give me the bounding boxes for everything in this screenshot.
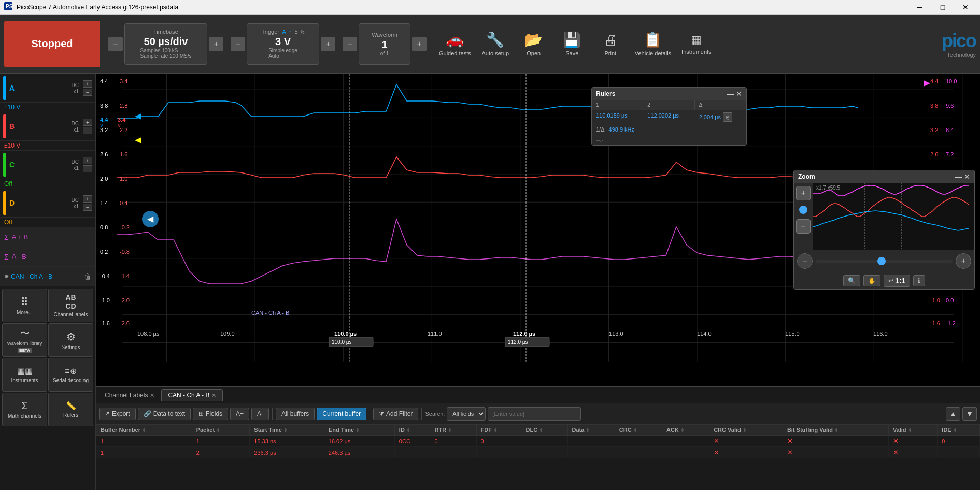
- nav-down-button[interactable]: ▼: [962, 407, 977, 421]
- channel-a-label: A: [9, 84, 72, 92]
- tab-channel-labels-close[interactable]: ✕: [150, 392, 154, 399]
- current-buffer-button[interactable]: Current buffer: [317, 408, 366, 420]
- instruments-button[interactable]: ▦ Instruments: [677, 21, 715, 67]
- rulers-values-row: 110.0159 µs 112.0202 µs 2.004 µs ⎘: [592, 110, 746, 124]
- rulers-label: Rulers: [63, 412, 78, 418]
- search-input[interactable]: [488, 407, 581, 421]
- cell-dlc-2: [521, 447, 567, 458]
- zoom-in-button[interactable]: +: [796, 186, 811, 200]
- svg-text:-2.6: -2.6: [120, 320, 130, 326]
- instruments-icon: ▦: [691, 33, 702, 47]
- col-dlc[interactable]: DLC ⇕: [521, 425, 567, 436]
- auto-setup-button[interactable]: 🔧 Auto setup: [477, 21, 514, 67]
- col-ide[interactable]: IDE ⇕: [938, 425, 980, 436]
- trigger-decrease-button[interactable]: −: [231, 37, 245, 51]
- zoom-out-button[interactable]: −: [796, 219, 811, 234]
- col-bit-stuffing[interactable]: Bit Stuffing Valid ⇕: [783, 425, 888, 436]
- zoom-minimize-button[interactable]: —: [955, 172, 962, 181]
- svg-text:1.4: 1.4: [100, 200, 108, 206]
- can-delete-button[interactable]: 🗑: [84, 272, 91, 281]
- close-button[interactable]: ✕: [955, 0, 976, 15]
- save-button[interactable]: 💾 Save: [554, 21, 590, 67]
- stop-button[interactable]: Stopped: [4, 21, 100, 67]
- fields-button[interactable]: ⊞ Fields: [193, 408, 228, 420]
- col-crc[interactable]: CRC ⇕: [615, 425, 662, 436]
- col-data[interactable]: Data ⇕: [567, 425, 615, 436]
- rulers-close-button[interactable]: ✕: [736, 90, 742, 98]
- minimize-button[interactable]: ─: [910, 0, 930, 15]
- channel-b-row[interactable]: B DC x1 + −: [0, 112, 95, 141]
- col-start-time[interactable]: Start Time ⇕: [250, 425, 324, 436]
- zoom-pan-button[interactable]: ✋: [863, 275, 880, 286]
- tab-can-close[interactable]: ✕: [211, 392, 216, 399]
- zoom-magnify-button[interactable]: 🔍: [843, 275, 860, 286]
- timebase-increase-button[interactable]: +: [209, 37, 223, 51]
- more-button[interactable]: ⠿ More...: [2, 289, 47, 322]
- channel-d-minus-btn[interactable]: −: [83, 204, 92, 211]
- math-aplusb-row[interactable]: Σ A + B: [0, 227, 95, 247]
- col-ack[interactable]: ACK ⇕: [662, 425, 709, 436]
- rulers-button[interactable]: 📏 Rulers: [48, 393, 93, 426]
- channel-a-row[interactable]: A DC x1 + −: [0, 74, 95, 103]
- col-rtr[interactable]: RTR ⇕: [430, 425, 476, 436]
- fields-label: Fields: [206, 410, 222, 417]
- col-crc-valid[interactable]: CRC Valid ⇕: [709, 425, 783, 436]
- cell-buffer-2: 1: [96, 447, 192, 458]
- maximize-button[interactable]: □: [932, 0, 953, 15]
- waveform-decrease-button[interactable]: −: [343, 37, 357, 51]
- trigger-label: Trigger A ↑ 5 %: [262, 28, 305, 35]
- waveform-increase-button[interactable]: +: [412, 37, 427, 51]
- guided-tests-button[interactable]: 🚗 Guided tests: [435, 21, 475, 67]
- zoom-horizontal-out-button[interactable]: −: [797, 253, 813, 269]
- data-to-text-button[interactable]: 🔗 Data to text: [138, 408, 191, 420]
- tab-channel-labels[interactable]: Channel Labels ✕: [98, 389, 161, 401]
- channel-c-plus-btn[interactable]: +: [83, 157, 92, 164]
- channel-b-minus-btn[interactable]: −: [83, 127, 92, 134]
- math-channels-button[interactable]: Σ Math channels: [2, 393, 47, 426]
- zoom-info-button[interactable]: ℹ: [913, 275, 925, 286]
- font-increase-button[interactable]: A+: [230, 408, 249, 420]
- zoom-horizontal-in-button[interactable]: +: [956, 253, 971, 269]
- all-buffers-label: All buffers: [281, 410, 309, 417]
- tab-can-ch-ab[interactable]: CAN - Ch A - B ✕: [161, 389, 223, 401]
- rulers-minimize-button[interactable]: —: [727, 90, 734, 98]
- channel-c-minus-btn[interactable]: −: [83, 165, 92, 172]
- all-buffers-button[interactable]: All buffers: [276, 408, 315, 420]
- font-decrease-button[interactable]: A-: [251, 408, 269, 420]
- export-button[interactable]: ↗ Export: [99, 408, 136, 420]
- search-field-select[interactable]: All fields: [447, 407, 486, 421]
- channel-d-label: D: [9, 199, 72, 207]
- channel-a-plus-btn[interactable]: +: [83, 80, 92, 88]
- zoom-undo-button[interactable]: ↩ 1:1: [884, 275, 910, 287]
- add-filter-button[interactable]: ⧩ Add Filter: [373, 408, 418, 420]
- channel-d-row[interactable]: D DC x1 + −: [0, 189, 95, 218]
- nav-up-button[interactable]: ▲: [946, 407, 960, 421]
- toolbar-separator-1: [272, 408, 273, 420]
- channel-d-plus-btn[interactable]: +: [83, 195, 92, 203]
- col-end-time[interactable]: End Time ⇕: [324, 425, 394, 436]
- rulers-copy-button[interactable]: ⎘: [723, 112, 732, 122]
- col-fdf[interactable]: FDF ⇕: [476, 425, 521, 436]
- timebase-decrease-button[interactable]: −: [108, 37, 123, 51]
- open-button[interactable]: 📂 Open: [516, 21, 552, 67]
- channel-c-row[interactable]: C DC x1 + −: [0, 151, 95, 179]
- can-serial-row[interactable]: ⊕ CAN - Ch A - B 🗑: [0, 267, 95, 286]
- col-packet[interactable]: Packet ⇕: [192, 425, 250, 436]
- col-id[interactable]: ID ⇕: [394, 425, 430, 436]
- col-valid[interactable]: Valid ⇕: [888, 425, 937, 436]
- trigger-increase-button[interactable]: +: [321, 37, 335, 51]
- vehicle-details-button[interactable]: 📋 Vehicle details: [631, 21, 675, 67]
- zoom-close-button[interactable]: ✕: [964, 172, 970, 181]
- zoom-thumb[interactable]: [799, 206, 807, 214]
- instruments-sidebar-button[interactable]: ▦▦ Instruments: [2, 358, 47, 392]
- waveform-library-button[interactable]: 〜 Waveform library BETA: [2, 323, 47, 357]
- print-button[interactable]: 🖨 Print: [592, 21, 629, 67]
- serial-decoding-button[interactable]: ≡⊕ Serial decoding: [48, 358, 93, 392]
- channel-labels-button[interactable]: ABCD Channel labels: [48, 289, 93, 322]
- zoom-slider[interactable]: [816, 260, 953, 263]
- col-buffer-number[interactable]: Buffer Number ⇕: [96, 425, 192, 436]
- math-aminusb-row[interactable]: Σ A - B: [0, 247, 95, 267]
- channel-a-minus-btn[interactable]: −: [83, 89, 92, 96]
- channel-b-plus-btn[interactable]: +: [83, 119, 92, 126]
- settings-button[interactable]: ⚙ Settings: [48, 323, 93, 357]
